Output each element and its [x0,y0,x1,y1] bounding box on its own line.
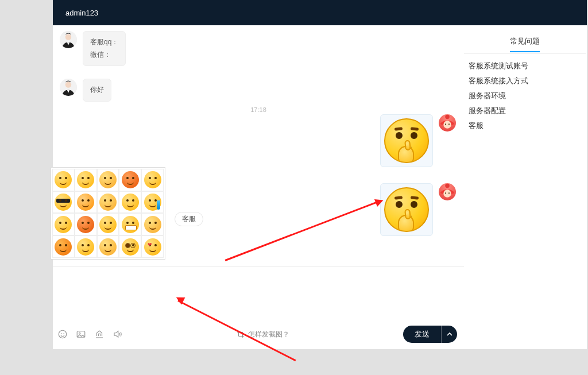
composer: 怎样发截图？ 发送 [53,266,464,349]
emoji-option[interactable] [52,169,75,191]
message-bubble-image [380,114,433,167]
svg-point-3 [65,82,72,88]
message-bubble-image [380,183,433,236]
sound-icon[interactable] [113,329,123,339]
emoji-option[interactable] [97,191,119,214]
emoji-option[interactable] [119,169,141,191]
emoji-option[interactable] [52,191,75,214]
faq-item[interactable]: 客服系统接入方式 [469,74,581,88]
app-header: admin123 [53,0,587,25]
svg-point-1 [65,34,72,40]
faq-item[interactable]: 服务器环境 [469,88,581,103]
emoji-option[interactable] [52,235,75,258]
svg-point-14 [64,333,65,334]
composer-textarea[interactable] [53,266,464,324]
emoji-option[interactable] [141,169,164,191]
emoji-option[interactable] [75,213,97,235]
emoji-option[interactable] [97,169,119,191]
emoji-picker[interactable] [51,167,165,260]
time-separator: 17:18 [60,106,457,113]
send-options-button[interactable] [441,326,457,343]
chat-app-window: admin123 [53,0,587,349]
header-title: admin123 [65,9,98,17]
image-icon[interactable] [76,329,86,339]
emoji-icon[interactable] [57,329,68,339]
emoji-option[interactable] [119,235,141,258]
svg-point-10 [445,192,446,194]
message-bubble: 你好 [83,79,111,102]
svg-point-16 [79,333,80,334]
emoji-option[interactable] [75,235,97,258]
user-avatar [439,183,456,200]
message-text: 微信： [90,49,118,61]
chevron-up-icon [447,331,452,337]
svg-point-8 [445,184,450,188]
faq-item[interactable]: 服务器配置 [469,103,581,118]
agent-message: 客服qq： 微信： [60,31,457,66]
message-text: 你好 [90,84,104,96]
emoji-option[interactable] [75,169,97,191]
emoji-option[interactable] [97,235,119,258]
agent-avatar [60,79,77,96]
faq-list: 客服系统测试账号客服系统接入方式服务器环境服务器配置客服 [464,54,586,138]
svg-point-4 [445,115,450,119]
send-button-group: 发送 [403,326,457,343]
svg-point-11 [448,192,450,194]
file-upload-icon[interactable] [94,329,105,339]
thinking-emoji-icon [384,187,429,232]
svg-point-9 [443,190,451,198]
user-avatar [439,114,456,132]
message-bubble: 客服qq： 微信： [83,31,126,66]
agent-message: 你好 [60,79,457,102]
svg-point-7 [448,123,450,125]
agent-avatar [60,31,77,48]
emoji-option[interactable] [119,191,141,214]
faq-tab[interactable]: 常见问题 [464,31,586,54]
emoji-option[interactable] [75,191,97,214]
send-button[interactable]: 发送 [403,326,441,343]
user-message [60,114,457,167]
agent-role-label: 客服 [175,212,203,226]
chat-column: 客服qq： 微信： [53,25,464,349]
faq-item[interactable]: 客服系统测试账号 [469,59,581,74]
composer-toolbar [57,329,123,339]
composer-hint[interactable]: 怎样发截图？ [123,330,403,339]
svg-point-12 [59,330,67,338]
faq-item[interactable]: 客服 [469,118,581,133]
message-text: 客服qq： [90,36,118,49]
emoji-option[interactable] [97,213,119,235]
emoji-option[interactable] [141,235,164,258]
svg-point-6 [445,123,446,125]
emoji-option[interactable] [141,213,164,235]
svg-point-13 [61,333,62,334]
svg-point-5 [443,121,451,129]
faq-sidebar: 常见问题 客服系统测试账号客服系统接入方式服务器环境服务器配置客服 [464,25,586,349]
emoji-option[interactable] [52,213,75,235]
emoji-option[interactable] [119,213,141,235]
thinking-emoji-icon [384,118,429,163]
emoji-option[interactable] [141,191,164,214]
